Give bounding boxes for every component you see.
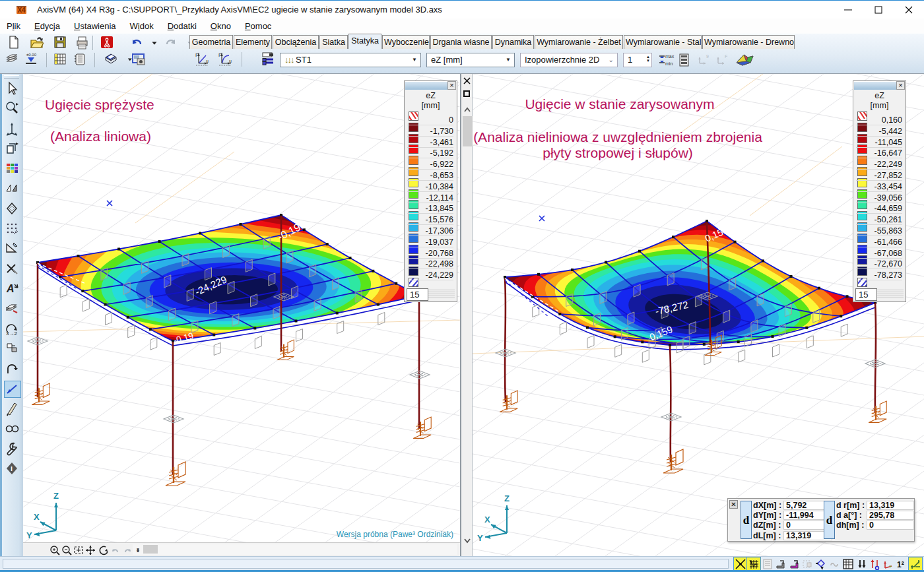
svg-text:u: u	[206, 59, 209, 63]
svg-text:u: u	[229, 59, 232, 63]
svg-text:i: i	[11, 464, 13, 472]
svg-text:Y: Y	[26, 530, 32, 540]
svg-text:9: 9	[706, 54, 709, 59]
svg-text:X: X	[484, 515, 490, 524]
svg-text:Z: Z	[504, 493, 510, 503]
svg-text:Y: Y	[477, 533, 483, 543]
svg-text:Wersja próbna (Pawe³ Ordziniak: Wersja próbna (Pawe³ Ordziniak)	[337, 530, 453, 539]
svg-text:F: F	[725, 54, 727, 59]
svg-text:X4: X4	[17, 7, 26, 14]
svg-text:1²: 1²	[897, 560, 904, 569]
svg-text:min: min	[665, 61, 673, 66]
svg-text:X: X	[34, 512, 40, 522]
svg-text:3→2: 3→2	[6, 331, 17, 336]
svg-text:A: A	[6, 283, 15, 294]
svg-text:max: max	[665, 54, 675, 59]
svg-text:Z: Z	[53, 491, 59, 501]
